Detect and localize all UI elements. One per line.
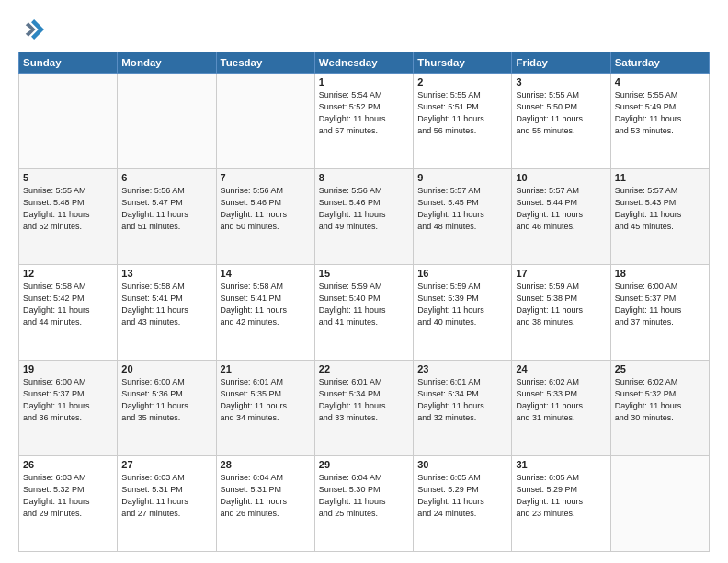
cell-info: Sunrise: 5:55 AM Sunset: 5:51 PM Dayligh…	[417, 89, 507, 137]
cell-info: Sunrise: 5:58 AM Sunset: 5:41 PM Dayligh…	[221, 281, 311, 328]
cell-info: Sunrise: 6:05 AM Sunset: 5:29 PM Dayligh…	[516, 472, 606, 520]
cell-info: Sunrise: 6:02 AM Sunset: 5:32 PM Dayligh…	[615, 376, 705, 424]
calendar-cell: 1Sunrise: 5:54 AM Sunset: 5:52 PM Daylig…	[314, 74, 413, 169]
calendar-cell	[118, 74, 216, 169]
calendar-cell: 19Sunrise: 6:00 AM Sunset: 5:37 PM Dayli…	[19, 361, 118, 456]
cell-info: Sunrise: 5:57 AM Sunset: 5:44 PM Dayligh…	[516, 185, 606, 233]
calendar-cell	[610, 456, 709, 552]
cell-info: Sunrise: 6:00 AM Sunset: 5:37 PM Dayligh…	[23, 376, 113, 424]
day-number: 10	[516, 172, 606, 183]
calendar-cell: 17Sunrise: 5:59 AM Sunset: 5:38 PM Dayli…	[512, 265, 610, 361]
calendar-cell: 24Sunrise: 6:02 AM Sunset: 5:33 PM Dayli…	[512, 361, 610, 456]
cell-info: Sunrise: 6:01 AM Sunset: 5:34 PM Dayligh…	[319, 376, 409, 424]
cell-info: Sunrise: 5:58 AM Sunset: 5:42 PM Dayligh…	[23, 281, 113, 328]
cell-info: Sunrise: 6:02 AM Sunset: 5:33 PM Dayligh…	[516, 376, 606, 424]
calendar-cell: 26Sunrise: 6:03 AM Sunset: 5:32 PM Dayli…	[19, 456, 118, 552]
weekday-header-wednesday: Wednesday	[314, 52, 413, 74]
cell-info: Sunrise: 5:55 AM Sunset: 5:49 PM Dayligh…	[615, 89, 705, 137]
day-number: 4	[615, 76, 705, 87]
calendar-cell: 15Sunrise: 5:59 AM Sunset: 5:40 PM Dayli…	[314, 265, 413, 361]
day-number: 19	[23, 363, 113, 374]
day-number: 17	[516, 268, 606, 279]
weekday-header-sunday: Sunday	[19, 52, 118, 74]
calendar-cell: 7Sunrise: 5:56 AM Sunset: 5:46 PM Daylig…	[216, 169, 314, 265]
calendar-cell: 12Sunrise: 5:58 AM Sunset: 5:42 PM Dayli…	[19, 265, 118, 361]
calendar-cell: 13Sunrise: 5:58 AM Sunset: 5:41 PM Dayli…	[118, 265, 216, 361]
calendar-week-2: 12Sunrise: 5:58 AM Sunset: 5:42 PM Dayli…	[19, 265, 710, 361]
cell-info: Sunrise: 5:55 AM Sunset: 5:50 PM Dayligh…	[516, 89, 606, 137]
calendar-week-0: 1Sunrise: 5:54 AM Sunset: 5:52 PM Daylig…	[19, 74, 710, 169]
calendar-cell: 27Sunrise: 6:03 AM Sunset: 5:31 PM Dayli…	[118, 456, 216, 552]
cell-info: Sunrise: 6:04 AM Sunset: 5:30 PM Dayligh…	[319, 472, 409, 520]
calendar-table: SundayMondayTuesdayWednesdayThursdayFrid…	[18, 52, 710, 552]
cell-info: Sunrise: 5:56 AM Sunset: 5:47 PM Dayligh…	[121, 185, 211, 233]
header	[18, 17, 710, 42]
calendar-week-4: 26Sunrise: 6:03 AM Sunset: 5:32 PM Dayli…	[19, 456, 710, 552]
weekday-header-tuesday: Tuesday	[216, 52, 314, 74]
page: SundayMondayTuesdayWednesdayThursdayFrid…	[0, 0, 728, 563]
day-number: 30	[417, 459, 507, 470]
day-number: 21	[221, 363, 311, 374]
logo-icon	[18, 17, 44, 42]
calendar-cell: 10Sunrise: 5:57 AM Sunset: 5:44 PM Dayli…	[512, 169, 610, 265]
cell-info: Sunrise: 5:54 AM Sunset: 5:52 PM Dayligh…	[319, 89, 409, 137]
calendar-cell: 20Sunrise: 6:00 AM Sunset: 5:36 PM Dayli…	[118, 361, 216, 456]
day-number: 28	[221, 459, 311, 470]
calendar-cell	[19, 74, 118, 169]
day-number: 7	[221, 172, 311, 183]
calendar-cell: 6Sunrise: 5:56 AM Sunset: 5:47 PM Daylig…	[118, 169, 216, 265]
day-number: 23	[417, 363, 507, 374]
calendar-cell: 25Sunrise: 6:02 AM Sunset: 5:32 PM Dayli…	[610, 361, 709, 456]
calendar-cell: 8Sunrise: 5:56 AM Sunset: 5:46 PM Daylig…	[314, 169, 413, 265]
calendar-cell: 23Sunrise: 6:01 AM Sunset: 5:34 PM Dayli…	[414, 361, 512, 456]
calendar-cell: 16Sunrise: 5:59 AM Sunset: 5:39 PM Dayli…	[414, 265, 512, 361]
cell-info: Sunrise: 6:01 AM Sunset: 5:35 PM Dayligh…	[221, 376, 311, 424]
day-number: 27	[121, 459, 211, 470]
day-number: 6	[121, 172, 211, 183]
day-number: 15	[319, 268, 409, 279]
calendar-week-1: 5Sunrise: 5:55 AM Sunset: 5:48 PM Daylig…	[19, 169, 710, 265]
day-number: 5	[23, 172, 113, 183]
day-number: 8	[319, 172, 409, 183]
day-number: 11	[615, 172, 705, 183]
calendar-cell: 2Sunrise: 5:55 AM Sunset: 5:51 PM Daylig…	[414, 74, 512, 169]
day-number: 24	[516, 363, 606, 374]
logo	[18, 17, 48, 42]
cell-info: Sunrise: 6:00 AM Sunset: 5:36 PM Dayligh…	[121, 376, 211, 424]
cell-info: Sunrise: 6:03 AM Sunset: 5:32 PM Dayligh…	[23, 472, 113, 520]
cell-info: Sunrise: 6:05 AM Sunset: 5:29 PM Dayligh…	[417, 472, 507, 520]
day-number: 16	[417, 268, 507, 279]
calendar-cell: 29Sunrise: 6:04 AM Sunset: 5:30 PM Dayli…	[314, 456, 413, 552]
day-number: 31	[516, 459, 606, 470]
calendar-cell	[216, 74, 314, 169]
day-number: 9	[417, 172, 507, 183]
cell-info: Sunrise: 5:56 AM Sunset: 5:46 PM Dayligh…	[221, 185, 311, 233]
day-number: 25	[615, 363, 705, 374]
day-number: 20	[121, 363, 211, 374]
cell-info: Sunrise: 5:59 AM Sunset: 5:38 PM Dayligh…	[516, 281, 606, 328]
cell-info: Sunrise: 5:56 AM Sunset: 5:46 PM Dayligh…	[319, 185, 409, 233]
calendar-cell: 30Sunrise: 6:05 AM Sunset: 5:29 PM Dayli…	[414, 456, 512, 552]
weekday-header-monday: Monday	[118, 52, 216, 74]
day-number: 18	[615, 268, 705, 279]
weekday-header-thursday: Thursday	[414, 52, 512, 74]
calendar-cell: 3Sunrise: 5:55 AM Sunset: 5:50 PM Daylig…	[512, 74, 610, 169]
day-number: 29	[319, 459, 409, 470]
weekday-header-saturday: Saturday	[610, 52, 709, 74]
cell-info: Sunrise: 6:04 AM Sunset: 5:31 PM Dayligh…	[221, 472, 311, 520]
day-number: 13	[121, 268, 211, 279]
calendar-cell: 18Sunrise: 6:00 AM Sunset: 5:37 PM Dayli…	[610, 265, 709, 361]
day-number: 3	[516, 76, 606, 87]
weekday-header-row: SundayMondayTuesdayWednesdayThursdayFrid…	[19, 52, 710, 74]
day-number: 14	[221, 268, 311, 279]
calendar-cell: 14Sunrise: 5:58 AM Sunset: 5:41 PM Dayli…	[216, 265, 314, 361]
day-number: 22	[319, 363, 409, 374]
weekday-header-friday: Friday	[512, 52, 610, 74]
cell-info: Sunrise: 5:59 AM Sunset: 5:40 PM Dayligh…	[319, 281, 409, 328]
calendar-cell: 11Sunrise: 5:57 AM Sunset: 5:43 PM Dayli…	[610, 169, 709, 265]
cell-info: Sunrise: 5:55 AM Sunset: 5:48 PM Dayligh…	[23, 185, 113, 233]
cell-info: Sunrise: 5:59 AM Sunset: 5:39 PM Dayligh…	[417, 281, 507, 328]
day-number: 2	[417, 76, 507, 87]
cell-info: Sunrise: 5:58 AM Sunset: 5:41 PM Dayligh…	[121, 281, 211, 328]
calendar-cell: 28Sunrise: 6:04 AM Sunset: 5:31 PM Dayli…	[216, 456, 314, 552]
